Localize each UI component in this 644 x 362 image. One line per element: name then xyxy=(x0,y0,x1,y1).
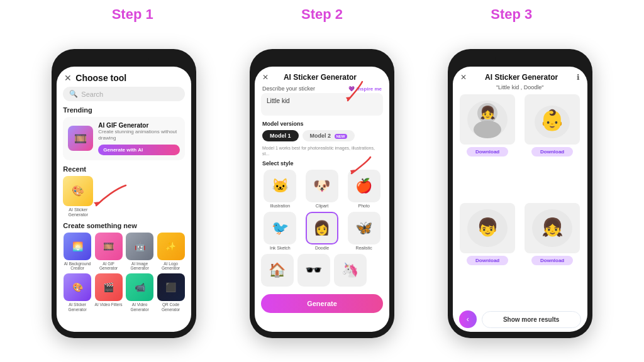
style-name-photo: Photo xyxy=(358,204,370,208)
recent-sticker-thumb: 🎨 xyxy=(63,176,93,206)
result-img-0: 👧 xyxy=(460,94,515,145)
create-grid: 🌅 AI Background Creator 🎞️ AI GIF Genera… xyxy=(57,233,191,315)
trending-icon: 🎞️ xyxy=(68,126,93,151)
phone2-notch xyxy=(297,55,347,64)
style-photo[interactable]: 🍎 Photo xyxy=(345,170,383,208)
style-thumb-doodle: 👩 xyxy=(306,212,338,244)
result-img-1: 👶 xyxy=(525,94,580,145)
create-thumb-5: 🎬 xyxy=(95,273,123,301)
phone3-screen: ✕ AI Sticker Generator ℹ "Little kid , D… xyxy=(453,67,587,332)
style-inksketch[interactable]: 🐦 Ink Sketch xyxy=(261,212,299,250)
show-more-button[interactable]: Show more results xyxy=(482,311,581,328)
result-item-1: 👶 Download xyxy=(523,94,582,198)
style-doodle[interactable]: 👩 Doodle xyxy=(303,212,341,250)
phone3-close-icon[interactable]: ✕ xyxy=(460,73,467,82)
results-grid: 👧 Download 👶 Download xyxy=(453,94,587,307)
recent-label: Recent xyxy=(57,165,191,176)
download-button-1[interactable]: Download xyxy=(531,147,573,156)
style-extra3[interactable]: 🦄 xyxy=(334,254,367,287)
recent-sticker-item[interactable]: 🎨 AI Sticker Generator xyxy=(63,176,93,218)
create-item-1[interactable]: 🎞️ AI GIF Generator xyxy=(94,233,123,272)
style-name-doodle: Doodle xyxy=(315,246,329,250)
trending-label: Trending xyxy=(57,106,191,117)
style-name-illustration: Illustration xyxy=(270,204,290,208)
style-name-clipart: Clipart xyxy=(316,204,328,208)
phone3-info-icon[interactable]: ℹ xyxy=(577,73,580,82)
style-name-inksketch: Ink Sketch xyxy=(270,246,291,250)
style-extra1[interactable]: 🏠 xyxy=(261,254,294,287)
create-thumb-0: 🌅 xyxy=(64,233,91,260)
create-label: Create something new xyxy=(57,222,191,233)
result-item-2: 👦 Download xyxy=(458,203,518,307)
style-illustration[interactable]: 🐱 Illustration xyxy=(261,170,299,208)
style-extra2[interactable]: 🕶️ xyxy=(297,254,330,287)
phone2-header-title: AI Sticker Generator xyxy=(284,73,357,82)
recent-sticker-label: AI Sticker Generator xyxy=(63,207,93,218)
style-name-realistic: Realistic xyxy=(355,246,372,250)
style-grid-row2: 🐦 Ink Sketch 👩 Doodle 🦋 Realistic xyxy=(255,212,389,250)
style-thumb-photo: 🍎 xyxy=(348,170,380,202)
inspire-icon: 💜 xyxy=(348,86,355,92)
create-thumb-4: 🎨 xyxy=(64,273,91,301)
phone3: ✕ AI Sticker Generator ℹ "Little kid , D… xyxy=(448,49,592,338)
phone2-screen: ✕ AI Sticker Generator Describe your sti… xyxy=(255,67,389,332)
model1-button[interactable]: Model 1 xyxy=(262,130,299,141)
phone3-header-title: AI Sticker Generator xyxy=(485,73,558,82)
result-item-0: 👧 Download xyxy=(458,94,518,198)
create-label-5: AI Video Filters xyxy=(95,302,123,307)
create-item-6[interactable]: 📹 AI Video Generator xyxy=(125,273,154,312)
phone1-notch xyxy=(99,55,149,64)
download-button-0[interactable]: Download xyxy=(467,147,508,156)
svg-text:👧: 👧 xyxy=(541,217,564,238)
phone2-header-row: ✕ AI Sticker Generator xyxy=(255,67,389,85)
create-label-1: AI GIF Generator xyxy=(94,261,123,272)
create-label-4: AI Sticker Generator xyxy=(63,302,92,312)
style-thumb-clipart: 🐶 xyxy=(306,170,338,202)
phone2-close-icon[interactable]: ✕ xyxy=(262,73,269,82)
style-grid-row3: 🏠 🕶️ 🦄 xyxy=(255,254,389,287)
field-label: Describe your sticker xyxy=(262,85,315,92)
create-thumb-1: 🎞️ xyxy=(95,233,123,260)
create-label-6: AI Video Generator xyxy=(125,302,154,312)
create-thumb-2: 🤖 xyxy=(126,233,153,260)
trending-card[interactable]: 🎞️ AI GIF Generator Create stunning anim… xyxy=(63,117,185,160)
create-item-5[interactable]: 🎬 AI Video Filters xyxy=(94,273,123,312)
create-thumb-7: ⬛ xyxy=(157,273,185,301)
trending-desc: Create stunning animations without drawi… xyxy=(98,129,180,142)
create-label-2: AI Image Generator xyxy=(125,261,154,272)
phone3-header-row: ✕ AI Sticker Generator ℹ xyxy=(453,67,587,84)
trending-name: AI GIF Generator xyxy=(98,122,180,129)
phone1-search[interactable]: 🔍 Search xyxy=(63,87,185,101)
style-realistic[interactable]: 🦋 Realistic xyxy=(345,212,383,250)
style-thumb-extra3: 🦄 xyxy=(334,254,367,287)
phone1-close-icon[interactable]: ✕ xyxy=(64,73,72,83)
arrow1 xyxy=(91,179,129,211)
create-item-0[interactable]: 🌅 AI Background Creator xyxy=(63,233,92,272)
svg-text:👦: 👦 xyxy=(477,217,499,238)
create-item-7[interactable]: ⬛ QR Code Generator xyxy=(157,273,186,312)
create-item-2[interactable]: 🤖 AI Image Generator xyxy=(125,233,154,272)
create-item-3[interactable]: ✨ AI Logo Generator xyxy=(157,233,186,272)
search-icon: 🔍 xyxy=(69,90,78,98)
step1-title: Step 1 xyxy=(45,6,221,23)
generate-button[interactable]: Generate xyxy=(261,294,383,313)
phone3-footer: ‹ Show more results xyxy=(453,307,587,332)
create-thumb-3: ✨ xyxy=(157,233,185,260)
step2-title: Step 2 xyxy=(234,6,410,23)
create-label-7: QR Code Generator xyxy=(157,302,186,312)
back-button[interactable]: ‹ xyxy=(459,310,477,328)
result-img-3: 👧 xyxy=(525,203,580,253)
download-button-3[interactable]: Download xyxy=(531,256,573,265)
model2-button[interactable]: Model 2 NEW xyxy=(303,130,355,141)
inspire-me-button[interactable]: 💜 Inspire me xyxy=(348,86,382,92)
download-button-2[interactable]: Download xyxy=(467,256,508,265)
style-thumb-illustration: 🐱 xyxy=(264,170,296,202)
create-item-4[interactable]: 🎨 AI Sticker Generator xyxy=(63,273,92,312)
style-clipart[interactable]: 🐶 Clipart xyxy=(303,170,341,208)
phone1-screen: ✕ Choose tool 🔍 Search Trending 🎞️ AI GI… xyxy=(57,67,191,332)
result-item-3: 👧 Download xyxy=(523,203,582,307)
describe-input[interactable]: Little kid xyxy=(261,93,383,116)
model-note: Model 1 works best for photorealistic im… xyxy=(255,145,389,160)
generate-with-ai-button[interactable]: Generate with AI xyxy=(98,145,180,155)
result-img-2: 👦 xyxy=(460,203,515,253)
